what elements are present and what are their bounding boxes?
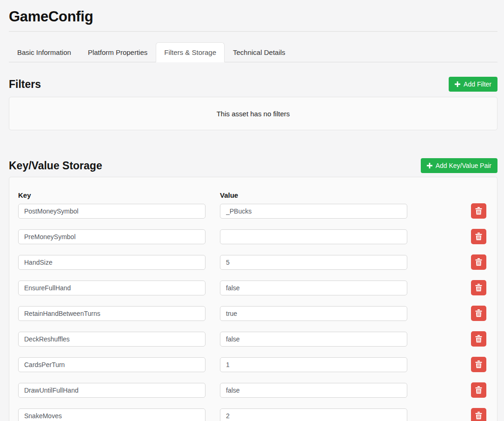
filters-section: Filters Add Filter This asset has no fil… [9, 77, 497, 130]
trash-icon [475, 233, 482, 241]
trash-icon [475, 309, 482, 317]
add-filter-label: Add Filter [464, 80, 491, 88]
key-input[interactable] [18, 332, 206, 347]
value-column-header: Value [220, 191, 407, 199]
filters-empty-box: This asset has no filters [9, 97, 497, 130]
kv-row [18, 203, 488, 219]
tab-basic-information[interactable]: Basic Information [9, 42, 80, 62]
filters-empty-message: This asset has no filters [217, 110, 290, 118]
key-input[interactable] [18, 306, 206, 321]
storage-section: Key/Value Storage Add Key/Value Pair Key… [9, 158, 497, 421]
add-kv-pair-label: Add Key/Value Pair [436, 162, 491, 169]
key-input[interactable] [18, 281, 206, 295]
key-input[interactable] [18, 383, 206, 398]
value-input[interactable] [220, 204, 407, 219]
trash-icon [475, 386, 482, 394]
kv-row [18, 382, 488, 398]
add-kv-pair-button[interactable]: Add Key/Value Pair [421, 158, 497, 173]
delete-pair-button[interactable] [471, 357, 486, 372]
kv-row [18, 408, 488, 421]
kv-storage-box: Key Value [9, 177, 497, 421]
value-input[interactable] [220, 306, 407, 321]
delete-pair-button[interactable] [471, 254, 486, 270]
value-input[interactable] [220, 229, 407, 244]
storage-heading: Key/Value Storage [9, 160, 102, 172]
key-column-header: Key [18, 191, 206, 199]
filters-heading: Filters [9, 78, 41, 91]
value-input[interactable] [220, 408, 407, 421]
key-input[interactable] [18, 204, 206, 219]
page: GameConfig Basic InformationPlatform Pro… [0, 0, 504, 421]
value-input[interactable] [220, 357, 407, 372]
delete-pair-button[interactable] [471, 203, 486, 219]
tab-platform-properties[interactable]: Platform Properties [80, 42, 156, 62]
tab-technical-details[interactable]: Technical Details [225, 42, 294, 62]
delete-pair-button[interactable] [471, 229, 486, 244]
key-input[interactable] [18, 408, 206, 421]
plus-icon [427, 163, 432, 168]
value-input[interactable] [220, 255, 407, 270]
kv-row [18, 357, 488, 372]
delete-pair-button[interactable] [471, 382, 486, 398]
key-input[interactable] [18, 255, 206, 270]
tab-filters-storage[interactable]: Filters & Storage [156, 42, 225, 62]
value-input[interactable] [220, 383, 407, 398]
trash-icon [475, 284, 482, 292]
add-filter-button[interactable]: Add Filter [449, 77, 497, 92]
kv-row [18, 254, 488, 270]
trash-icon [475, 412, 482, 420]
key-input[interactable] [18, 229, 206, 244]
trash-icon [475, 361, 482, 368]
trash-icon [475, 258, 482, 266]
kv-row [18, 331, 488, 347]
trash-icon [475, 335, 482, 343]
kv-row [18, 306, 488, 321]
kv-rows [18, 203, 488, 421]
key-input[interactable] [18, 357, 206, 372]
tab-bar: Basic InformationPlatform PropertiesFilt… [9, 42, 497, 62]
title-divider [9, 31, 497, 32]
plus-icon [455, 81, 460, 87]
delete-pair-button[interactable] [471, 280, 486, 295]
delete-pair-button[interactable] [471, 331, 486, 347]
kv-row [18, 280, 488, 295]
delete-pair-button[interactable] [471, 306, 486, 321]
trash-icon [475, 207, 482, 215]
kv-row [18, 229, 488, 244]
value-input[interactable] [220, 281, 407, 295]
value-input[interactable] [220, 332, 407, 347]
page-title: GameConfig [9, 8, 497, 25]
delete-pair-button[interactable] [471, 408, 486, 421]
kv-header-row: Key Value [18, 191, 488, 199]
